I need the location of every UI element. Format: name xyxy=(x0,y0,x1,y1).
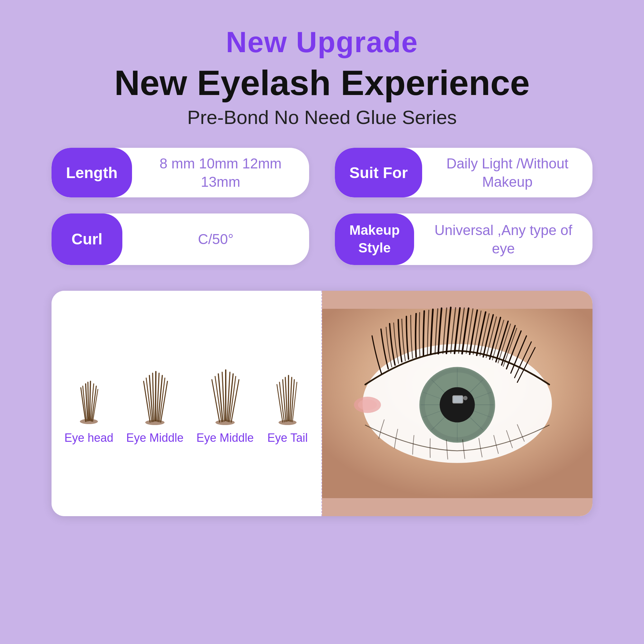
lash-cluster-eye-middle-1 xyxy=(134,355,176,426)
suit-for-label: Suit For xyxy=(335,148,422,197)
bottom-section: Eye head xyxy=(32,291,612,625)
makeup-style-badge: MakeupStyle Universal ,Any type of eye xyxy=(335,213,592,265)
eye-photo-panel xyxy=(322,291,592,516)
lash-cluster-eye-head xyxy=(68,355,110,426)
curl-label: Curl xyxy=(52,213,122,265)
svg-rect-20 xyxy=(453,396,462,403)
suit-for-badge: Suit For Daily Light /Without Makeup xyxy=(335,148,592,197)
lash-item-eye-tail: Eye Tail xyxy=(267,355,308,445)
length-value: 8 mm 10mm 12mm 13mm xyxy=(132,148,309,197)
lash-cluster-eye-middle-2 xyxy=(204,355,246,426)
lash-item-eye-middle-2: Eye Middle xyxy=(196,355,254,445)
info-section: Length 8 mm 10mm 12mm 13mm Suit For Dail… xyxy=(32,148,612,265)
lash-items: Eye head xyxy=(58,355,315,445)
page-container: New Upgrade New Eyelash Experience Pre-B… xyxy=(0,0,644,644)
length-badge: Length 8 mm 10mm 12mm 13mm xyxy=(52,148,309,197)
curl-value: C/50° xyxy=(122,213,309,265)
lash-panel: Eye head xyxy=(52,291,322,516)
svg-point-23 xyxy=(358,399,377,410)
curl-badge: Curl C/50° xyxy=(52,213,309,265)
eye-illustration xyxy=(322,291,592,516)
main-title: New Eyelash Experience xyxy=(114,62,530,103)
lash-label-eye-head: Eye head xyxy=(64,431,113,445)
svg-point-21 xyxy=(463,396,467,400)
suit-for-value: Daily Light /Without Makeup xyxy=(422,148,592,197)
new-upgrade-title: New Upgrade xyxy=(114,26,530,59)
length-label: Length xyxy=(52,148,132,197)
lash-item-eye-middle-1: Eye Middle xyxy=(126,355,184,445)
lash-item-eye-head: Eye head xyxy=(64,355,113,445)
svg-point-18 xyxy=(440,387,475,422)
sub-title: Pre-Bond No Need Glue Series xyxy=(114,106,530,128)
lash-label-eye-middle-2: Eye Middle xyxy=(196,431,254,445)
makeup-style-label: MakeupStyle xyxy=(335,213,414,265)
header-section: New Upgrade New Eyelash Experience Pre-B… xyxy=(114,26,530,128)
lash-cluster-eye-tail xyxy=(267,355,308,426)
lash-label-eye-middle-1: Eye Middle xyxy=(126,431,184,445)
makeup-style-value: Universal ,Any type of eye xyxy=(414,213,592,265)
lash-label-eye-tail: Eye Tail xyxy=(267,431,308,445)
image-container: Eye head xyxy=(52,291,592,516)
